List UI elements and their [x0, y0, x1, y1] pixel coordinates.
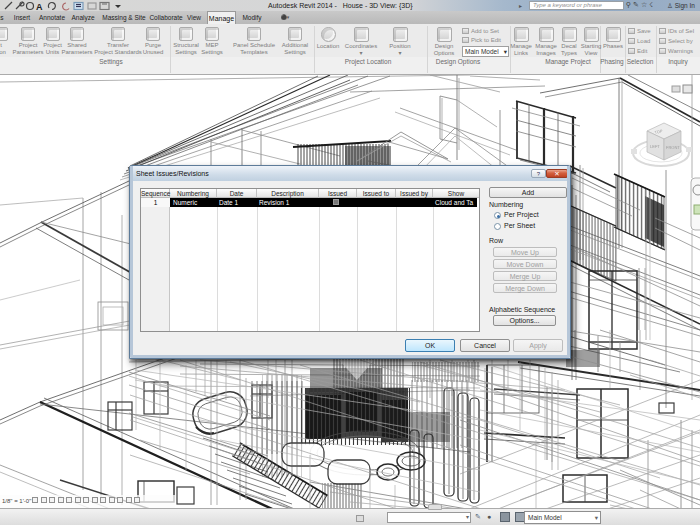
- svg-text:LEFT: LEFT: [650, 144, 660, 149]
- svg-text:A: A: [36, 1, 43, 11]
- svg-text:FRONT: FRONT: [666, 145, 680, 150]
